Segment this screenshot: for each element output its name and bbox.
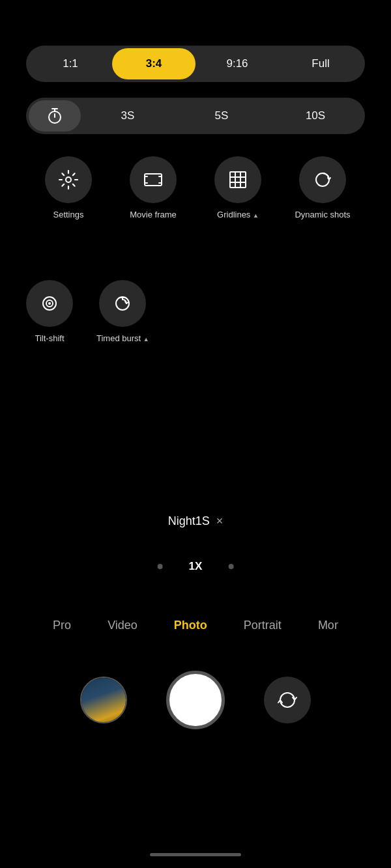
flip-camera-button[interactable] (264, 677, 311, 723)
timer-10s[interactable]: 10S (268, 100, 362, 132)
timer-bar: 3S 5S 10S (26, 98, 365, 134)
tab-video[interactable]: Video (89, 612, 156, 639)
tab-more[interactable]: Mor (300, 612, 356, 639)
timer-icon-button[interactable] (29, 100, 81, 132)
night-badge: Night1S × (168, 514, 224, 528)
settings-label: Settings (53, 210, 84, 221)
icon-grid-row2: Tilt-shift Timed burst ▲ (26, 280, 149, 344)
svg-rect-5 (145, 174, 162, 186)
zoom-dot-left (158, 564, 163, 569)
tilt-shift-label: Tilt-shift (35, 333, 64, 344)
timer-3s[interactable]: 3S (81, 100, 175, 132)
aspect-ratio-bar: 1:1 3:4 9:16 Full (26, 46, 365, 82)
gridlines-label: Gridlines ▲ (217, 210, 259, 221)
bottom-controls (0, 671, 391, 729)
movie-frame-label: Movie frame (130, 210, 177, 221)
tab-portrait[interactable]: Portrait (225, 612, 300, 639)
aspect-1-1[interactable]: 1:1 (29, 48, 112, 79)
zoom-label[interactable]: 1X (189, 560, 203, 573)
svg-rect-10 (230, 172, 246, 188)
icon-grid: Settings Movie frame Gridlines ▲ (26, 156, 365, 221)
aspect-3-4[interactable]: 3:4 (112, 48, 195, 79)
settings-item[interactable]: Settings (26, 156, 111, 221)
movie-frame-item[interactable]: Movie frame (111, 156, 195, 221)
tab-pro[interactable]: Pro (35, 612, 89, 639)
tilt-shift-icon-circle (26, 280, 73, 327)
svg-point-4 (66, 177, 71, 182)
timed-burst-item[interactable]: Timed burst ▲ (96, 280, 149, 344)
thumbnail[interactable] (80, 677, 127, 723)
movie-frame-icon-circle (130, 156, 177, 203)
thumbnail-image (81, 678, 126, 722)
gridlines-icon-circle (214, 156, 261, 203)
zoom-bar: 1X (158, 560, 234, 573)
night-badge-close[interactable]: × (216, 514, 224, 528)
aspect-9-16[interactable]: 9:16 (195, 48, 279, 79)
night-badge-text: Night1S (168, 514, 210, 528)
svg-point-18 (49, 303, 50, 304)
aspect-full[interactable]: Full (279, 48, 362, 79)
settings-icon-circle (45, 156, 92, 203)
dynamic-shots-item[interactable]: Dynamic shots (280, 156, 365, 221)
zoom-dot-right (228, 564, 233, 569)
tilt-shift-item[interactable]: Tilt-shift (26, 280, 73, 344)
home-bar (150, 853, 241, 856)
timer-5s[interactable]: 5S (175, 100, 268, 132)
dynamic-shots-icon-circle (299, 156, 346, 203)
gridlines-item[interactable]: Gridlines ▲ (195, 156, 280, 221)
timed-burst-icon-circle (99, 280, 146, 327)
dynamic-shots-label: Dynamic shots (295, 210, 350, 221)
shutter-button[interactable] (166, 671, 225, 729)
tab-photo[interactable]: Photo (156, 612, 225, 639)
mode-tabs: Pro Video Photo Portrait Mor (0, 612, 391, 639)
timed-burst-label: Timed burst ▲ (96, 333, 149, 344)
